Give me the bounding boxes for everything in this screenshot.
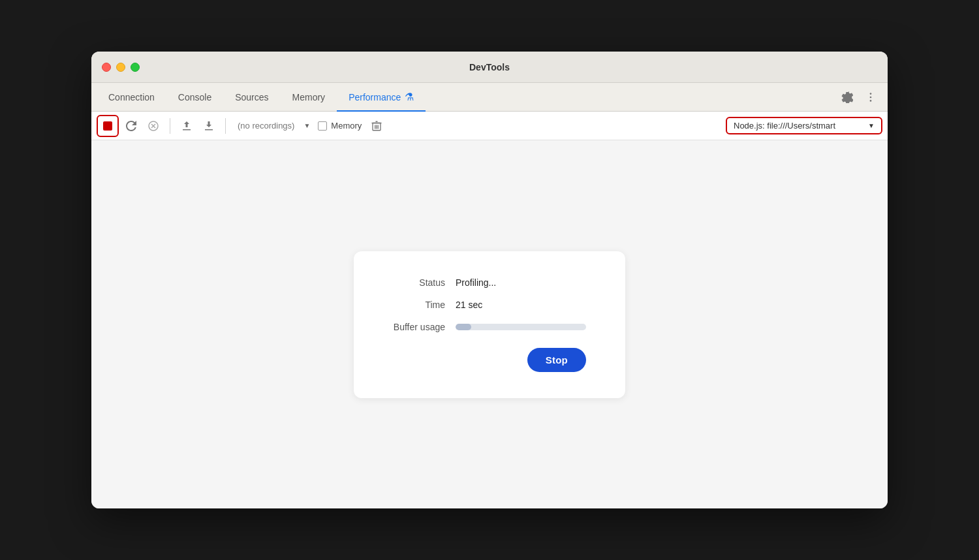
profiling-card: Status Profiling... Time 21 sec Buffer u…	[354, 251, 625, 398]
time-row: Time 21 sec	[380, 300, 586, 310]
settings-button[interactable]	[838, 88, 856, 106]
recordings-select-label: (no recordings)	[232, 118, 300, 133]
download-button[interactable]	[199, 116, 219, 136]
minimize-button[interactable]	[116, 63, 125, 72]
status-value: Profiling...	[456, 277, 496, 288]
clear-icon	[148, 121, 159, 131]
tab-memory[interactable]: Memory	[281, 84, 337, 112]
tab-bar: Connection Console Sources Memory Perfor…	[91, 83, 888, 112]
buffer-row: Buffer usage	[380, 322, 586, 332]
performance-icon: ⚗	[405, 91, 414, 103]
memory-checkbox-wrapper[interactable]: Memory	[318, 121, 362, 131]
stop-button[interactable]: Stop	[527, 348, 586, 372]
close-button[interactable]	[102, 63, 111, 72]
title-bar: DevTools	[91, 52, 888, 83]
gc-icon	[371, 120, 382, 132]
separator-1	[170, 118, 170, 134]
buffer-label: Buffer usage	[380, 322, 445, 332]
upload-icon	[181, 121, 192, 131]
traffic-lights	[102, 63, 140, 72]
node-selector[interactable]: Node.js: file:///Users/stmart ▼	[726, 117, 882, 134]
buffer-bar	[456, 324, 586, 330]
tab-performance[interactable]: Performance ⚗	[337, 84, 426, 112]
svg-point-0	[870, 93, 872, 95]
status-label: Status	[380, 277, 445, 288]
separator-2	[225, 118, 226, 134]
svg-point-2	[870, 100, 872, 102]
stop-icon	[103, 121, 112, 131]
memory-label: Memory	[331, 121, 362, 131]
record-button[interactable]	[97, 115, 119, 137]
refresh-button[interactable]	[121, 116, 141, 136]
tab-connection[interactable]: Connection	[97, 84, 166, 112]
maximize-button[interactable]	[131, 63, 140, 72]
gear-icon	[841, 91, 853, 103]
gc-button[interactable]	[367, 116, 386, 136]
refresh-icon	[126, 121, 136, 131]
tab-console[interactable]: Console	[166, 84, 223, 112]
buffer-bar-fill	[456, 324, 471, 330]
tab-sources[interactable]: Sources	[223, 84, 280, 112]
more-icon	[865, 91, 877, 103]
recordings-dropdown-arrow: ▼	[303, 122, 310, 129]
upload-button[interactable]	[177, 116, 196, 136]
svg-point-1	[870, 96, 872, 98]
node-selector-arrow: ▼	[868, 122, 875, 129]
time-value: 21 sec	[456, 300, 482, 310]
toolbar: (no recordings) ▼ Memory Node.js: file:/…	[91, 112, 888, 140]
recordings-dropdown[interactable]: (no recordings) ▼	[232, 118, 310, 133]
main-content: Status Profiling... Time 21 sec Buffer u…	[91, 140, 888, 508]
tab-list: Connection Console Sources Memory Perfor…	[97, 83, 838, 111]
stop-button-row: Stop	[380, 348, 586, 372]
status-row: Status Profiling...	[380, 277, 586, 288]
memory-checkbox[interactable]	[318, 121, 327, 131]
node-selector-text: Node.js: file:///Users/stmart	[734, 121, 864, 131]
more-options-button[interactable]	[862, 88, 880, 106]
download-icon	[204, 121, 214, 131]
time-label: Time	[380, 300, 445, 310]
devtools-window: DevTools Connection Console Sources Memo…	[91, 52, 888, 508]
window-title: DevTools	[469, 62, 510, 72]
tab-bar-actions	[838, 83, 882, 111]
clear-button[interactable]	[144, 116, 163, 136]
